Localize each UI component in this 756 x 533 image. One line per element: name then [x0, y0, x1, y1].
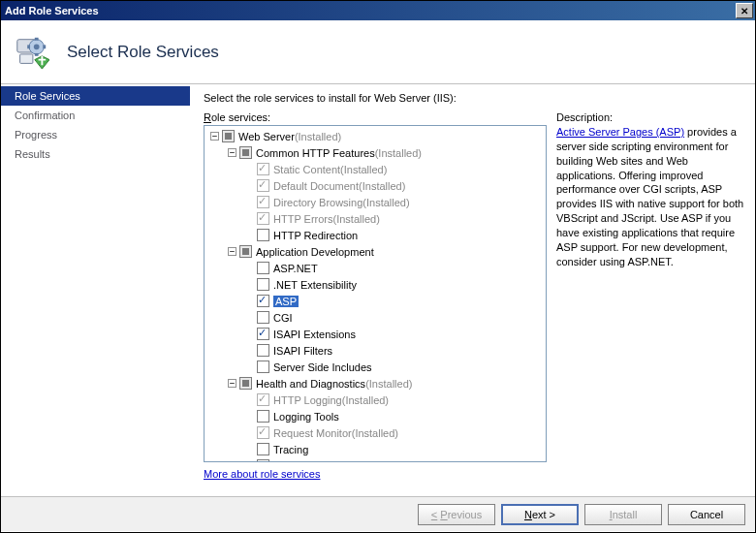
- tree-item-label[interactable]: ISAPI Filters: [273, 345, 332, 357]
- tree-item-label[interactable]: ASP: [273, 296, 299, 307]
- cancel-button[interactable]: Cancel: [668, 504, 745, 525]
- tree-row[interactable]: ASP.NET: [206, 260, 544, 276]
- checkbox: [257, 179, 269, 192]
- checkbox[interactable]: [239, 377, 252, 390]
- tree-item-label[interactable]: HTTP Errors: [273, 213, 333, 225]
- tree-item-label[interactable]: Static Content: [273, 164, 340, 175]
- installed-suffix: (Installed): [333, 213, 380, 225]
- tree-item-label[interactable]: Default Document: [273, 180, 359, 192]
- svg-rect-5: [35, 52, 39, 55]
- instruction-text: Select the role services to install for …: [204, 92, 745, 104]
- installed-suffix: (Installed): [359, 180, 405, 192]
- tree-row[interactable]: Request Monitor (Installed): [206, 424, 544, 441]
- sidebar-item-role-services[interactable]: Role Services: [1, 86, 190, 106]
- more-about-link[interactable]: More about role services: [204, 468, 547, 480]
- page-title: Select Role Services: [67, 43, 219, 62]
- tree-row[interactable]: ISAPI Filters: [206, 342, 544, 359]
- tree-row[interactable]: −Health and Diagnostics (Installed): [206, 375, 544, 392]
- tree-item-label[interactable]: Application Development: [256, 246, 374, 258]
- wizard-footer: < Previous Next > Install Cancel: [1, 496, 755, 531]
- checkbox[interactable]: [257, 410, 269, 423]
- checkbox: [257, 426, 269, 439]
- checkbox[interactable]: [257, 311, 269, 324]
- checkbox: [257, 163, 269, 175]
- tree-row[interactable]: HTTP Errors (Installed): [206, 210, 544, 227]
- checkbox[interactable]: [257, 328, 269, 340]
- checkbox[interactable]: [222, 130, 235, 142]
- tree-label: Role services:: [204, 111, 547, 123]
- role-services-tree[interactable]: −Web Server (Installed)−Common HTTP Feat…: [204, 125, 547, 462]
- installed-suffix: (Installed): [365, 378, 412, 390]
- checkbox: [257, 212, 269, 225]
- checkbox[interactable]: [257, 344, 269, 357]
- tree-item-label[interactable]: Request Monitor: [273, 427, 352, 439]
- sidebar-item-progress[interactable]: Progress: [1, 125, 190, 144]
- svg-rect-4: [35, 37, 39, 40]
- tree-item-label[interactable]: HTTP Redirection: [273, 230, 358, 241]
- tree-row[interactable]: −Web Server (Installed): [206, 128, 544, 144]
- svg-rect-7: [43, 45, 46, 48]
- checkbox: [257, 393, 269, 406]
- sidebar-item-confirmation[interactable]: Confirmation: [1, 106, 190, 125]
- installed-suffix: (Installed): [352, 427, 398, 439]
- sidebar-item-results[interactable]: Results: [1, 144, 190, 164]
- tree-row[interactable]: Logging Tools: [206, 408, 544, 424]
- tree-item-label[interactable]: Web Server: [238, 131, 295, 142]
- tree-item-label[interactable]: Server Side Includes: [273, 361, 372, 373]
- collapse-icon[interactable]: −: [228, 379, 236, 388]
- tree-row[interactable]: −Application Development: [206, 243, 544, 260]
- description-link[interactable]: Active Server Pages (ASP): [556, 126, 684, 138]
- tree-row[interactable]: Static Content (Installed): [206, 161, 544, 177]
- tree-item-label[interactable]: Common HTTP Features: [256, 147, 375, 159]
- tree-row[interactable]: ASP: [206, 293, 544, 309]
- tree-row[interactable]: Default Document (Installed): [206, 177, 544, 194]
- checkbox[interactable]: [239, 146, 252, 159]
- tree-item-label[interactable]: Directory Browsing: [273, 197, 362, 208]
- svg-point-3: [34, 44, 40, 49]
- tree-row[interactable]: Tracing: [206, 441, 544, 457]
- tree-row[interactable]: ISAPI Extensions: [206, 326, 544, 342]
- server-role-icon: [13, 34, 49, 71]
- installed-suffix: (Installed): [342, 394, 389, 406]
- description-label: Description:: [556, 111, 745, 123]
- checkbox[interactable]: [257, 459, 269, 462]
- checkbox[interactable]: [239, 245, 252, 258]
- tree-item-label[interactable]: .NET Extensibility: [273, 279, 357, 291]
- tree-item-label[interactable]: Health and Diagnostics: [256, 378, 365, 390]
- tree-item-label[interactable]: Tracing: [273, 444, 308, 455]
- collapse-icon[interactable]: −: [210, 132, 219, 141]
- tree-row[interactable]: Custom Logging: [206, 457, 544, 462]
- titlebar[interactable]: Add Role Services ✕: [1, 1, 755, 20]
- tree-row[interactable]: −Common HTTP Features (Installed): [206, 144, 544, 161]
- collapse-icon[interactable]: −: [228, 148, 236, 157]
- checkbox[interactable]: [257, 443, 269, 455]
- checkbox[interactable]: [257, 295, 269, 307]
- tree-item-label[interactable]: CGI: [273, 312, 293, 324]
- checkbox[interactable]: [257, 278, 269, 291]
- installed-suffix: (Installed): [295, 131, 341, 142]
- tree-row[interactable]: HTTP Logging (Installed): [206, 392, 544, 408]
- tree-row[interactable]: CGI: [206, 309, 544, 326]
- tree-item-label[interactable]: Custom Logging: [273, 460, 351, 463]
- tree-item-label[interactable]: HTTP Logging: [273, 394, 342, 406]
- svg-rect-1: [20, 53, 33, 63]
- install-button: Install: [584, 504, 662, 525]
- installed-suffix: (Installed): [375, 147, 422, 159]
- description-body: provides a server side scripting environ…: [556, 126, 743, 267]
- previous-button: < Previous: [418, 504, 495, 525]
- tree-item-label[interactable]: ISAPI Extensions: [273, 329, 356, 340]
- window-title: Add Role Services: [5, 5, 99, 16]
- next-button[interactable]: Next >: [501, 504, 579, 525]
- close-icon[interactable]: ✕: [736, 3, 753, 18]
- tree-item-label[interactable]: ASP.NET: [273, 263, 318, 274]
- checkbox[interactable]: [257, 229, 269, 241]
- checkbox[interactable]: [257, 262, 269, 274]
- collapse-icon[interactable]: −: [228, 247, 236, 256]
- tree-row[interactable]: HTTP Redirection: [206, 227, 544, 243]
- tree-row[interactable]: Directory Browsing (Installed): [206, 194, 544, 210]
- checkbox[interactable]: [257, 361, 269, 373]
- svg-rect-6: [27, 45, 30, 48]
- tree-row[interactable]: .NET Extensibility: [206, 276, 544, 293]
- tree-item-label[interactable]: Logging Tools: [273, 411, 339, 423]
- tree-row[interactable]: Server Side Includes: [206, 359, 544, 375]
